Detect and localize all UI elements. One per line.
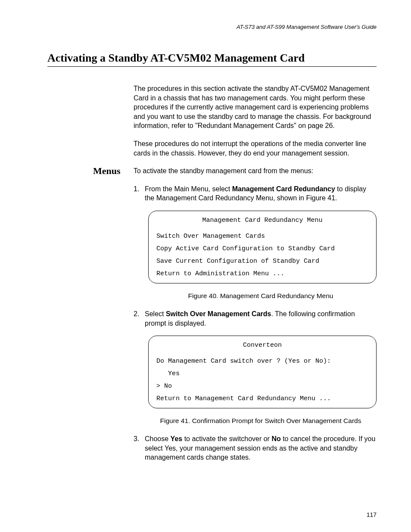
bold-term: Management Card Redundancy [232,185,335,193]
page: AT-S73 and AT-S99 Management Software Us… [0,0,411,532]
figure-41-caption: Figure 41. Confirmation Prompt for Switc… [145,417,377,425]
menu-screen-2: Converteon Do Management Card switch ove… [148,336,377,408]
menu-item: Switch Over Management Cards [156,233,368,240]
step-number: 2. [134,309,145,328]
menu-option-selected: > No [156,383,368,389]
bold-term: Yes [171,435,183,442]
menu-item: Return to Management Card Redundancy Men… [156,395,368,402]
body-column: The procedures in this section activate … [134,84,377,462]
step-number: 3. [134,434,145,462]
step-number: 1. [134,184,145,203]
step-3: 3. Choose Yes to activate the switchover… [134,434,377,462]
text: From the Main Menu, select [145,185,232,193]
page-number: 117 [367,511,377,518]
section-title: Activating a Standby AT-CV5M02 Managemen… [47,52,377,67]
menu-prompt: Do Management Card switch over ? (Yes or… [156,358,368,364]
step-body: From the Main Menu, select Management Ca… [145,184,377,203]
menu-title: Converteon [156,342,368,348]
text: to activate the switchover or [182,435,271,442]
text: Select [145,310,166,317]
menu-item: Copy Active Card Configuration to Standb… [156,246,368,252]
running-header: AT-S73 and AT-S99 Management Software Us… [47,24,377,30]
procedure-list: 1. From the Main Menu, select Management… [134,184,377,462]
step-body: Select Switch Over Management Cards. The… [145,309,377,328]
step-1: 1. From the Main Menu, select Management… [134,184,377,203]
step-2: 2. Select Switch Over Management Cards. … [134,309,377,328]
side-heading-menus: Menus [93,165,121,177]
menus-intro: To activate the standby management card … [134,166,377,176]
bold-term: Switch Over Management Cards [166,310,271,317]
menu-item: Save Current Configuration of Standby Ca… [156,258,368,264]
intro-paragraph-2: These procedures do not interrupt the op… [134,139,377,158]
text: Choose [145,435,171,442]
figure-40-caption: Figure 40. Management Card Redundancy Me… [145,292,377,300]
menu-option: Yes [156,370,368,377]
menu-screen-1: Management Card Redundancy Menu Switch O… [148,211,377,283]
menu-title: Management Card Redundancy Menu [156,217,368,224]
intro-paragraph-1: The procedures in this section activate … [134,84,377,131]
bold-term: No [271,435,280,442]
step-body: Choose Yes to activate the switchover or… [145,434,377,462]
menu-item: Return to Administration Menu ... [156,271,368,277]
